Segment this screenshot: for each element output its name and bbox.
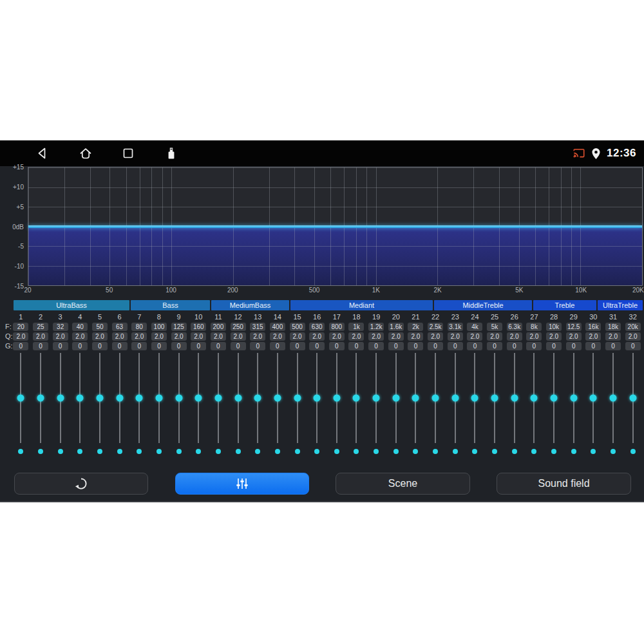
f-value-chip[interactable]: 1.6k <box>388 323 404 331</box>
eq-slider-band-31[interactable] <box>603 353 623 443</box>
channel-indicator-dot[interactable] <box>295 449 300 454</box>
q-value-chip[interactable]: 2.0 <box>408 332 423 341</box>
q-value-chip[interactable]: 2.0 <box>211 332 226 341</box>
eq-slider-band-17[interactable] <box>327 353 347 443</box>
q-value-chip[interactable]: 2.0 <box>329 332 345 341</box>
slider-knob[interactable] <box>254 395 261 402</box>
channel-indicator-dot[interactable] <box>591 449 596 454</box>
f-value-chip[interactable]: 5k <box>487 323 502 331</box>
g-value-chip[interactable]: 0 <box>191 342 206 350</box>
f-value-chip[interactable]: 160 <box>191 323 206 331</box>
eq-slider-band-20[interactable] <box>386 353 406 443</box>
g-value-chip[interactable]: 0 <box>250 342 265 350</box>
eq-slider-band-16[interactable] <box>307 353 327 443</box>
eq-slider-band-22[interactable] <box>426 353 446 443</box>
f-value-chip[interactable]: 32 <box>53 323 68 331</box>
f-value-chip[interactable]: 125 <box>171 323 187 331</box>
eq-slider-band-2[interactable] <box>31 353 51 443</box>
channel-indicator-dot[interactable] <box>77 449 82 454</box>
g-value-chip[interactable]: 0 <box>348 342 364 350</box>
slider-knob[interactable] <box>116 395 123 402</box>
equalizer-button[interactable] <box>175 473 309 495</box>
q-value-chip[interactable]: 2.0 <box>348 332 364 341</box>
slider-knob[interactable] <box>551 395 558 402</box>
f-value-chip[interactable]: 400 <box>270 323 285 331</box>
eq-slider-band-23[interactable] <box>445 353 465 443</box>
channel-indicator-dot[interactable] <box>571 449 576 454</box>
eq-slider-band-6[interactable] <box>109 353 129 443</box>
channel-indicator-dot[interactable] <box>472 449 477 454</box>
f-value-chip[interactable]: 50 <box>92 323 108 331</box>
eq-slider-band-24[interactable] <box>465 353 485 443</box>
slider-knob[interactable] <box>294 395 301 402</box>
f-value-chip[interactable]: 16k <box>585 323 601 331</box>
eq-slider-band-4[interactable] <box>70 353 90 443</box>
q-value-chip[interactable]: 2.0 <box>290 332 305 341</box>
slider-knob[interactable] <box>511 395 518 402</box>
g-value-chip[interactable]: 0 <box>211 342 226 350</box>
q-value-chip[interactable]: 2.0 <box>231 332 246 341</box>
q-value-chip[interactable]: 2.0 <box>131 332 147 341</box>
slider-knob[interactable] <box>451 395 459 402</box>
f-value-chip[interactable]: 80 <box>131 323 147 331</box>
slider-knob[interactable] <box>570 395 577 402</box>
slider-knob[interactable] <box>136 395 143 402</box>
channel-indicator-dot[interactable] <box>314 449 319 454</box>
f-value-chip[interactable]: 800 <box>329 323 345 331</box>
slider-knob[interactable] <box>432 395 439 402</box>
f-value-chip[interactable]: 40 <box>72 323 88 331</box>
q-value-chip[interactable]: 2.0 <box>53 332 68 341</box>
g-value-chip[interactable]: 0 <box>566 342 582 350</box>
channel-indicator-dot[interactable] <box>255 449 260 454</box>
channel-indicator-dot[interactable] <box>216 449 221 454</box>
channel-indicator-dot[interactable] <box>453 449 458 454</box>
f-value-chip[interactable]: 3.1k <box>448 323 463 331</box>
q-value-chip[interactable]: 2.0 <box>448 332 463 341</box>
channel-indicator-dot[interactable] <box>611 449 616 454</box>
eq-slider-band-26[interactable] <box>504 353 524 443</box>
slider-knob[interactable] <box>491 395 498 402</box>
f-value-chip[interactable]: 630 <box>309 323 325 331</box>
q-value-chip[interactable]: 2.0 <box>526 332 542 341</box>
channel-indicator-dot[interactable] <box>354 449 359 454</box>
channel-indicator-dot[interactable] <box>630 449 636 454</box>
eq-slider-band-8[interactable] <box>149 353 169 443</box>
channel-indicator-dot[interactable] <box>97 449 102 454</box>
g-value-chip[interactable]: 0 <box>112 342 128 350</box>
slider-knob[interactable] <box>175 395 182 402</box>
eq-slider-band-1[interactable] <box>11 353 31 443</box>
q-value-chip[interactable]: 2.0 <box>151 332 167 341</box>
f-value-chip[interactable]: 500 <box>290 323 305 331</box>
q-value-chip[interactable]: 2.0 <box>428 332 443 341</box>
g-value-chip[interactable]: 0 <box>546 342 562 350</box>
slider-knob[interactable] <box>37 395 44 402</box>
channel-indicator-dot[interactable] <box>117 449 122 454</box>
f-value-chip[interactable]: 2.5k <box>428 323 443 331</box>
g-value-chip[interactable]: 0 <box>585 342 601 350</box>
g-value-chip[interactable]: 0 <box>507 342 522 350</box>
f-value-chip[interactable]: 6.3k <box>507 323 522 331</box>
g-value-chip[interactable]: 0 <box>428 342 443 350</box>
q-value-chip[interactable]: 2.0 <box>605 332 621 341</box>
slider-knob[interactable] <box>214 395 222 402</box>
channel-indicator-dot[interactable] <box>176 449 182 454</box>
q-value-chip[interactable]: 2.0 <box>507 332 522 341</box>
slider-knob[interactable] <box>610 395 617 402</box>
slider-knob[interactable] <box>629 395 636 402</box>
eq-slider-band-7[interactable] <box>129 353 149 443</box>
f-value-chip[interactable]: 12.5 <box>566 323 582 331</box>
slider-knob[interactable] <box>353 395 360 402</box>
eq-slider-band-3[interactable] <box>50 353 70 443</box>
eq-slider-band-5[interactable] <box>90 353 110 443</box>
channel-indicator-dot[interactable] <box>512 449 517 454</box>
eq-slider-band-14[interactable] <box>268 353 288 443</box>
channel-indicator-dot[interactable] <box>393 449 399 454</box>
slider-knob[interactable] <box>531 395 538 402</box>
slider-knob[interactable] <box>373 395 380 402</box>
slider-knob[interactable] <box>77 395 84 402</box>
eq-slider-band-13[interactable] <box>248 353 268 443</box>
eq-slider-band-15[interactable] <box>287 353 307 443</box>
g-value-chip[interactable]: 0 <box>487 342 502 350</box>
f-value-chip[interactable]: 100 <box>151 323 167 331</box>
f-value-chip[interactable]: 20k <box>625 323 641 331</box>
